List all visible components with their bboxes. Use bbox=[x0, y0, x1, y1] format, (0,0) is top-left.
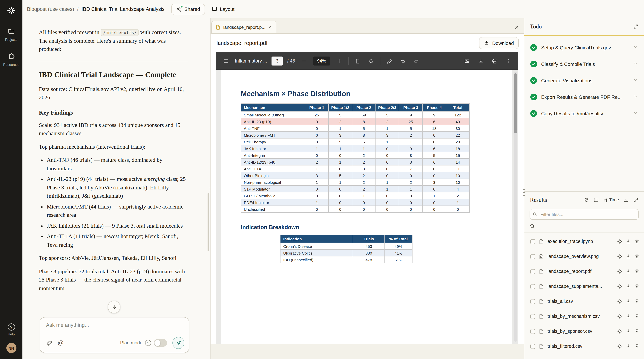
tab-close-icon[interactable] bbox=[268, 25, 272, 30]
filter-files-input[interactable] bbox=[530, 209, 639, 220]
trash-icon[interactable] bbox=[634, 269, 640, 274]
trash-icon[interactable] bbox=[634, 239, 640, 244]
split-view-icon[interactable] bbox=[594, 197, 599, 203]
file-checkbox[interactable] bbox=[530, 329, 535, 334]
locate-icon[interactable] bbox=[617, 299, 622, 304]
download-icon[interactable] bbox=[626, 329, 631, 334]
file-checkbox[interactable] bbox=[530, 239, 535, 244]
trash-icon[interactable] bbox=[634, 314, 640, 319]
zoom-level[interactable]: 94% bbox=[313, 57, 330, 66]
chat-scrollbar[interactable] bbox=[208, 193, 209, 251]
undo-icon[interactable] bbox=[398, 57, 407, 66]
file-row[interactable]: landscape_report.pdf bbox=[524, 264, 644, 279]
insert-image-icon[interactable] bbox=[462, 57, 472, 66]
chat-input-box[interactable]: @ Plan mode ? bbox=[40, 317, 189, 353]
more-kebab-icon[interactable] bbox=[504, 57, 513, 66]
file-row[interactable]: trials_by_mechanism.csv bbox=[524, 309, 644, 324]
scroll-to-bottom-button[interactable] bbox=[108, 301, 120, 313]
download-icon[interactable] bbox=[626, 299, 631, 304]
layout-columns-icon bbox=[212, 6, 217, 13]
file-checkbox[interactable] bbox=[530, 344, 535, 349]
chevron-down-icon[interactable] bbox=[633, 78, 638, 84]
download-icon[interactable] bbox=[626, 284, 631, 289]
download-icon[interactable] bbox=[626, 344, 631, 349]
locate-icon[interactable] bbox=[617, 239, 622, 244]
todo-item[interactable]: Export Results & Generate PDF Re... bbox=[524, 89, 644, 105]
chevron-down-icon[interactable] bbox=[633, 110, 638, 116]
plan-mode-toggle[interactable] bbox=[154, 339, 167, 347]
chevron-down-icon[interactable] bbox=[633, 45, 638, 51]
chevron-down-icon[interactable] bbox=[633, 61, 638, 67]
rotate-icon[interactable] bbox=[366, 57, 376, 66]
locate-icon[interactable] bbox=[617, 344, 622, 349]
zoom-out-icon[interactable] bbox=[300, 57, 308, 66]
file-checkbox[interactable] bbox=[530, 284, 535, 289]
sidebar-item-resources[interactable]: Resources bbox=[3, 53, 19, 67]
page-number-input[interactable]: 3 bbox=[272, 57, 283, 66]
menu-icon[interactable] bbox=[222, 57, 230, 66]
send-button[interactable] bbox=[172, 337, 184, 349]
download-icon[interactable] bbox=[626, 239, 631, 244]
app-logo-icon[interactable] bbox=[7, 6, 16, 17]
table-row: PDE4 Inhibitor1000001 bbox=[241, 199, 470, 206]
avatar[interactable]: NN bbox=[6, 343, 16, 353]
pdf-scrollbar-thumb[interactable] bbox=[514, 73, 517, 133]
todo-item[interactable]: Generate Visualizations bbox=[524, 72, 644, 89]
expand-icon[interactable] bbox=[633, 197, 638, 203]
locate-icon[interactable] bbox=[617, 284, 622, 289]
refresh-icon[interactable] bbox=[584, 197, 589, 203]
file-row[interactable]: landscape_overview.png bbox=[524, 249, 644, 264]
sort-by-time-button[interactable]: Time bbox=[603, 197, 619, 203]
file-checkbox[interactable] bbox=[530, 254, 535, 259]
download-icon[interactable] bbox=[476, 57, 486, 66]
download-all-icon[interactable] bbox=[624, 197, 629, 203]
panel-resize-handle[interactable] bbox=[522, 188, 526, 199]
todo-item[interactable]: Setup & Query ClinicalTrials.gov bbox=[524, 39, 644, 56]
download-file-button[interactable]: Download bbox=[479, 37, 519, 49]
trash-icon[interactable] bbox=[634, 254, 640, 259]
trash-icon[interactable] bbox=[634, 299, 640, 304]
breadcrumb-project-link[interactable]: Blogpost (use cases) bbox=[27, 6, 74, 12]
file-icon bbox=[538, 298, 544, 304]
file-row[interactable]: trials_all.csv bbox=[524, 294, 644, 309]
trash-icon[interactable] bbox=[634, 284, 640, 289]
table-row: Unclassified0000000 bbox=[241, 206, 470, 212]
file-checkbox[interactable] bbox=[530, 269, 535, 274]
download-icon[interactable] bbox=[626, 254, 631, 259]
chevron-down-icon[interactable] bbox=[633, 94, 638, 100]
todo-item[interactable]: Classify & Compile Trials bbox=[524, 56, 644, 72]
layout-button[interactable]: Layout bbox=[212, 6, 234, 13]
file-row[interactable]: landscape_supplementa... bbox=[524, 279, 644, 294]
print-icon[interactable] bbox=[490, 57, 499, 66]
redo-icon[interactable] bbox=[412, 57, 421, 66]
plan-mode-help-icon[interactable]: ? bbox=[145, 340, 151, 346]
download-icon[interactable] bbox=[626, 314, 631, 319]
sidebar-item-help[interactable]: ? Help bbox=[8, 323, 15, 336]
zoom-in-icon[interactable] bbox=[335, 57, 344, 66]
chat-input[interactable] bbox=[46, 322, 184, 328]
download-icon[interactable] bbox=[626, 269, 631, 274]
file-checkbox[interactable] bbox=[530, 314, 535, 319]
file-row[interactable]: trials_by_sponsor.csv bbox=[524, 324, 644, 339]
fit-page-icon[interactable] bbox=[353, 57, 362, 66]
file-checkbox[interactable] bbox=[530, 299, 535, 304]
todo-item[interactable]: Copy Results to /mnt/results/ bbox=[524, 105, 644, 122]
file-row[interactable]: execution_trace.ipynb bbox=[524, 234, 644, 249]
file-row[interactable]: trials_filtered.csv bbox=[524, 339, 644, 354]
sidebar-item-projects[interactable]: Projects bbox=[5, 28, 17, 42]
tab-landscape-report[interactable]: landscape_report.p... bbox=[211, 21, 276, 33]
close-panel-icon[interactable] bbox=[514, 25, 520, 30]
mention-at-icon[interactable]: @ bbox=[58, 339, 64, 346]
locate-icon[interactable] bbox=[617, 254, 622, 259]
annotate-pen-icon[interactable] bbox=[385, 57, 394, 66]
breadcrumb-home[interactable] bbox=[524, 223, 644, 232]
shared-status-dot bbox=[180, 5, 183, 8]
expand-icon[interactable] bbox=[633, 24, 638, 29]
trash-icon[interactable] bbox=[634, 329, 640, 334]
locate-icon[interactable] bbox=[617, 269, 622, 274]
attach-paperclip-icon[interactable] bbox=[46, 340, 52, 346]
locate-icon[interactable] bbox=[617, 314, 622, 319]
shared-button[interactable]: Shared bbox=[171, 4, 205, 15]
locate-icon[interactable] bbox=[617, 329, 622, 334]
trash-icon[interactable] bbox=[634, 344, 640, 349]
